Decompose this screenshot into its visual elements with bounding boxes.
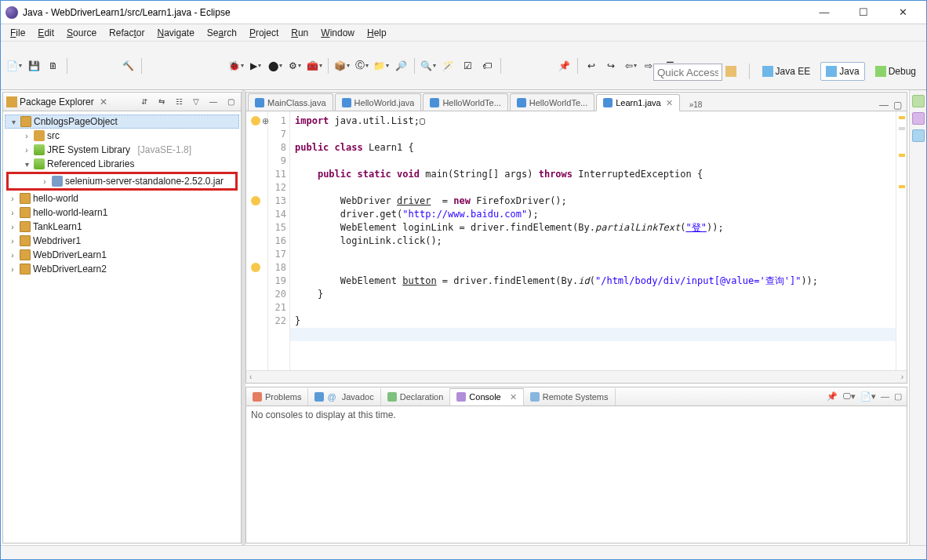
java-file-icon <box>342 98 351 107</box>
new-folder-icon[interactable]: 📁▾ <box>373 57 390 75</box>
editor-tab-mainclass[interactable]: MainClass.java <box>248 93 333 111</box>
marker-ruler[interactable]: ⊕ <box>246 111 268 370</box>
code-editor[interactable]: import java.util.List;▢ public class Lea… <box>290 111 896 370</box>
warning-marker-icon[interactable] <box>251 196 260 205</box>
package-explorer-tree[interactable]: ▾CnblogsPageObject ›src ›JRE System Libr… <box>3 111 241 543</box>
editor-horizontal-scrollbar[interactable]: ‹› <box>246 370 907 383</box>
pin-console-icon[interactable]: 📌 <box>827 391 838 402</box>
console-body: No consoles to display at this time. <box>246 406 907 543</box>
nav-back-icon[interactable]: ⇦▾ <box>622 57 639 75</box>
package-explorer-view: Package Explorer✕ ⇵ ⇆ ☷ ▽ — ▢ ▾CnblogsPa… <box>2 92 242 544</box>
menu-refactor[interactable]: Refactor <box>104 26 149 40</box>
ext-tools-icon[interactable]: 🧰▾ <box>306 57 323 75</box>
menu-help[interactable]: Help <box>362 26 391 40</box>
project-node-webdriverlearn1[interactable]: ›WebDriverLearn1 <box>5 248 239 262</box>
display-console-icon[interactable]: 🖵▾ <box>842 391 856 402</box>
problems-icon <box>253 392 262 402</box>
editor-tab-helloworldte2[interactable]: HelloWorldTe... <box>510 93 594 111</box>
overview-ruler[interactable] <box>896 111 907 370</box>
menu-edit[interactable]: Edit <box>33 26 59 40</box>
titlebar: Java - WebDriverLearn1/src/Learn1.java -… <box>1 1 926 24</box>
menu-project[interactable]: Project <box>245 26 283 40</box>
build-button[interactable]: 🔨 <box>119 57 136 75</box>
editor-tab-learn1[interactable]: Learn1.java✕ <box>596 94 680 111</box>
status-bar <box>1 545 926 559</box>
console-maximize-icon[interactable]: ▢ <box>894 391 902 402</box>
menu-source[interactable]: Source <box>62 26 101 40</box>
package-explorer-title: Package Explorer <box>20 96 94 107</box>
project-node-cnblogspageobject[interactable]: ▾CnblogsPageObject <box>5 115 239 129</box>
link-editor-icon[interactable]: ⇆ <box>154 95 169 109</box>
menu-window[interactable]: Window <box>316 26 359 40</box>
tab-javadoc[interactable]: @ Javadoc <box>308 388 380 405</box>
perspective-java[interactable]: Java <box>820 62 864 81</box>
jre-library-node[interactable]: ›JRE System Library [JavaSE-1.8] <box>5 143 239 157</box>
tasklist-view-icon[interactable] <box>912 112 925 125</box>
menu-run[interactable]: Run <box>286 26 313 40</box>
bottom-tabs: Problems @ Javadoc Declaration Console ✕… <box>246 387 907 406</box>
filters-icon[interactable]: ☷ <box>172 95 186 109</box>
tab-problems[interactable]: Problems <box>246 388 308 405</box>
maximize-button[interactable]: ☐ <box>848 4 879 21</box>
menu-search[interactable]: Search <box>202 26 242 40</box>
warning-marker-icon[interactable] <box>251 263 260 272</box>
project-node-tanklearn1[interactable]: ›TankLearn1 <box>5 220 239 234</box>
more-tabs-indicator[interactable]: »18 <box>685 99 707 111</box>
pin-icon[interactable]: 📌 <box>555 57 573 75</box>
wand-icon[interactable]: 🪄 <box>439 57 456 75</box>
project-node-webdriverlearn2[interactable]: ›WebDriverLearn2 <box>5 262 239 276</box>
ann-icon[interactable]: 🏷 <box>478 57 496 75</box>
minimize-view-icon[interactable]: — <box>206 95 220 109</box>
view-menu-icon[interactable]: ▽ <box>189 95 203 109</box>
tab-close-icon[interactable]: ✕ <box>510 392 517 402</box>
new-button[interactable]: 📄▾ <box>5 57 23 75</box>
perspective-javaee[interactable]: Java EE <box>757 62 816 81</box>
project-node-hello-world-learn1[interactable]: ›hello-world-learn1 <box>5 205 239 220</box>
new-pkg-icon[interactable]: 📦▾ <box>333 57 351 75</box>
open-console-icon[interactable]: 📄▾ <box>860 391 876 402</box>
warning-marker-icon[interactable] <box>251 116 260 125</box>
src-node[interactable]: ›src <box>5 129 239 143</box>
open-perspective-button[interactable] <box>720 62 742 81</box>
menu-file[interactable]: File <box>5 26 30 40</box>
editor-maximize-icon[interactable]: ▢ <box>893 100 902 111</box>
runlast-icon[interactable]: ⚙▾ <box>286 57 304 75</box>
quick-access-input[interactable] <box>653 64 722 81</box>
tab-close-icon[interactable]: ✕ <box>666 98 673 108</box>
new-class-icon[interactable]: Ⓒ▾ <box>353 57 370 75</box>
perspective-debug[interactable]: Debug <box>870 62 922 81</box>
saveall-button[interactable]: 🗎 <box>45 57 62 75</box>
editor-minimize-icon[interactable]: — <box>879 100 889 111</box>
selenium-jar-node[interactable]: ›selenium-server-standalone-2.52.0.jar <box>9 174 235 188</box>
run-icon[interactable]: ▶▾ <box>247 57 264 75</box>
save-button[interactable]: 💾 <box>25 57 42 75</box>
menu-navigate[interactable]: Navigate <box>152 26 198 40</box>
back-icon[interactable]: ↩ <box>583 57 600 75</box>
search-icon[interactable]: 🔍▾ <box>420 57 437 75</box>
project-node-hello-world[interactable]: ›hello-world <box>5 191 239 205</box>
collapse-all-icon[interactable]: ⇵ <box>137 95 151 109</box>
task-icon[interactable]: ☑ <box>459 57 476 75</box>
fold-toggle-icon[interactable]: ⊕ <box>260 116 270 125</box>
maximize-view-icon[interactable]: ▢ <box>224 95 238 109</box>
hierarchy-view-icon[interactable] <box>912 129 925 142</box>
outline-view-icon[interactable] <box>912 95 925 107</box>
project-node-webdriver1[interactable]: ›Webdriver1 <box>5 234 239 248</box>
open-type-icon[interactable]: 🔎 <box>392 57 409 75</box>
tab-declaration[interactable]: Declaration <box>381 388 451 405</box>
javadoc-icon <box>314 392 324 402</box>
java-file-icon <box>517 98 526 107</box>
editor-tab-helloworld[interactable]: HelloWorld.java <box>335 93 422 111</box>
fwd-icon[interactable]: ↪ <box>602 57 620 75</box>
debug-icon[interactable]: 🐞▾ <box>227 57 245 75</box>
tab-console[interactable]: Console ✕ <box>450 388 523 405</box>
console-minimize-icon[interactable]: — <box>881 391 889 402</box>
tab-remote-systems[interactable]: Remote Systems <box>524 388 616 405</box>
view-close-icon[interactable]: ✕ <box>96 96 111 107</box>
coverage-icon[interactable]: ⬤▾ <box>267 57 284 75</box>
editor-tab-helloworldte1[interactable]: HelloWorldTe... <box>423 93 507 111</box>
close-button[interactable]: ✕ <box>887 4 918 21</box>
referenced-libraries-node[interactable]: ▾Referenced Libraries <box>5 157 239 171</box>
java-file-icon <box>430 98 439 107</box>
minimize-button[interactable]: — <box>809 4 840 21</box>
